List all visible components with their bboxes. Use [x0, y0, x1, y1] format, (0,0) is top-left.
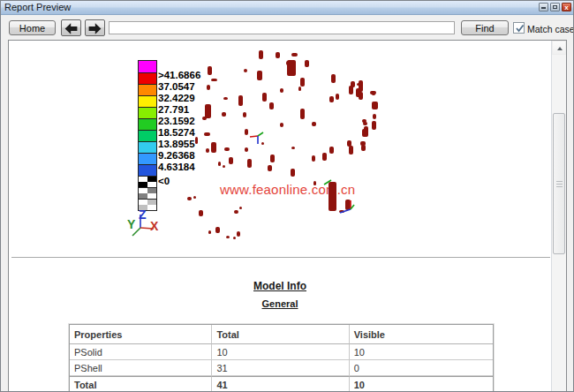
minimize-button[interactable]	[539, 3, 548, 11]
table-cell: PSolid	[70, 344, 212, 360]
table-cell: 10	[350, 344, 493, 360]
maximize-icon	[553, 5, 557, 9]
report-preview-window: Report Preview x Home Find Match case ww…	[0, 0, 574, 392]
svg-text:Y: Y	[127, 217, 136, 231]
maximize-button[interactable]	[550, 3, 560, 11]
close-button[interactable]: x	[562, 3, 571, 11]
svg-text:X: X	[150, 219, 159, 233]
table-cell: Total	[70, 376, 212, 392]
model-view: www.feaonline.com.cn >41.686637.054732.4…	[9, 41, 551, 258]
find-button[interactable]: Find	[461, 20, 509, 35]
search-input[interactable]	[109, 21, 455, 34]
scrollbar-grip	[556, 181, 563, 182]
table-header-cell: Total	[212, 325, 349, 344]
scroll-up-button[interactable]	[552, 41, 566, 55]
window-title: Report Preview	[4, 2, 71, 12]
report-content: www.feaonline.com.cn >41.686637.054732.4…	[8, 40, 567, 392]
minimize-icon	[541, 7, 546, 9]
table-header-cell: Properties	[70, 325, 212, 344]
vertical-scrollbar[interactable]	[551, 41, 566, 392]
section-title: Model Info	[9, 280, 551, 292]
table-row: PShell310	[70, 360, 493, 376]
checkmark-icon	[514, 22, 526, 34]
table-cell: PShell	[70, 360, 212, 376]
match-case-checkbox[interactable]	[513, 22, 525, 34]
scrollbar-thumb[interactable]	[553, 113, 565, 254]
table-cell: 41	[212, 376, 349, 392]
table-cell: 10	[350, 376, 493, 392]
forward-button[interactable]	[85, 19, 105, 36]
section-divider	[11, 257, 550, 258]
properties-table: PropertiesTotalVisiblePSolid1010PShell31…	[69, 324, 494, 392]
arrow-right-icon	[87, 22, 102, 35]
table-cell: 0	[350, 360, 493, 376]
axis-triad-icon: ZYX	[9, 41, 551, 258]
table-row: Total4110	[70, 376, 493, 392]
match-case-label: Match case	[527, 24, 574, 34]
table-header-cell: Visible	[350, 325, 493, 344]
subsection-title: General	[9, 298, 551, 309]
home-button[interactable]: Home	[9, 20, 56, 35]
table-row: PSolid1010	[70, 344, 493, 360]
scroll-up-icon	[557, 47, 563, 50]
titlebar[interactable]: Report Preview x	[1, 1, 573, 15]
svg-text:Z: Z	[139, 207, 147, 222]
back-button[interactable]	[61, 19, 81, 36]
close-icon: x	[563, 4, 570, 11]
table-cell: 31	[212, 360, 349, 376]
table-cell: 10	[212, 344, 349, 360]
arrow-left-icon	[64, 22, 79, 35]
